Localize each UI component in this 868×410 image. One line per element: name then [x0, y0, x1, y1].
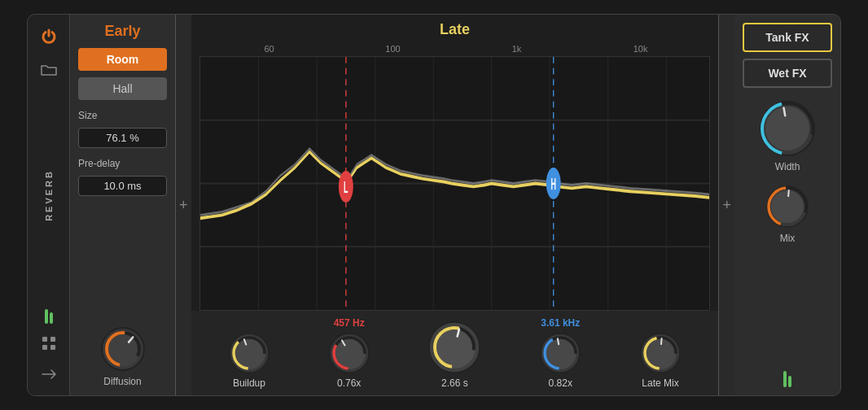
size-value[interactable]: 76.1 %: [78, 128, 167, 148]
early-section: Early Room Hall Size 76.1 % Pre-delay 10…: [70, 15, 176, 395]
low-shelf-knob-item: 457 Hz 0.76x: [327, 317, 371, 389]
room-button[interactable]: Room: [78, 48, 167, 71]
svg-line-45: [558, 338, 559, 344]
svg-line-50: [661, 338, 662, 344]
low-freq-label: 457 Hz: [334, 317, 365, 329]
buildup-label: Buildup: [233, 377, 265, 389]
late-mix-knob[interactable]: [638, 331, 682, 375]
svg-line-60: [788, 190, 789, 196]
high-shelf-knob[interactable]: [538, 331, 582, 375]
sidebar-bottom: [37, 309, 60, 386]
mix-section: Mix: [743, 184, 832, 244]
left-sidebar: REVERB: [28, 15, 70, 395]
svg-rect-2: [42, 345, 47, 350]
predelay-value[interactable]: 10.0 ms: [78, 176, 167, 196]
decay-knob[interactable]: [427, 320, 482, 375]
right-panel: Tank FX Wet FX Width: [734, 15, 840, 395]
width-section: Width: [743, 99, 832, 172]
early-title: Early: [78, 23, 167, 40]
freq-axis: 60 100 1k 10k: [191, 41, 719, 56]
low-shelf-label: 0.76x: [337, 377, 361, 389]
high-shelf-label: 0.82x: [549, 377, 572, 389]
svg-line-55: [783, 107, 785, 116]
arrow-button[interactable]: [37, 363, 60, 386]
size-label: Size: [78, 110, 167, 121]
freq-1k: 1k: [455, 44, 579, 54]
svg-text:H: H: [550, 175, 555, 193]
decay-label: 2.66 s: [441, 377, 468, 389]
svg-rect-0: [42, 337, 47, 342]
vu-meter-right: [783, 371, 791, 387]
svg-rect-3: [50, 345, 55, 350]
diffusion-label: Diffusion: [103, 376, 141, 387]
late-mix-knob-item: Late Mix: [638, 331, 682, 389]
predelay-label: Pre-delay: [78, 158, 167, 169]
wet-fx-button[interactable]: Wet FX: [743, 59, 832, 88]
eq-display[interactable]: L H: [199, 56, 711, 311]
reverb-label: REVERB: [44, 169, 54, 221]
knobs-row: Buildup 457 Hz 0.76x: [191, 311, 719, 395]
svg-point-57: [771, 190, 804, 223]
eq-svg: L H: [200, 57, 710, 310]
late-mix-label: Late Mix: [642, 377, 678, 389]
diffusion-section: Diffusion: [78, 325, 167, 387]
power-button[interactable]: [37, 24, 60, 47]
svg-point-52: [765, 107, 809, 150]
high-shelf-knob-item: 3.61 kHz 0.82x: [538, 317, 582, 389]
buildup-knob[interactable]: [227, 331, 271, 375]
main-display: Late 60 100 1k 10k: [191, 15, 720, 395]
freq-100: 100: [331, 44, 455, 54]
mix-knob[interactable]: [765, 184, 810, 229]
svg-rect-1: [50, 337, 55, 342]
decay-knob-item: 2.66 s: [427, 320, 482, 389]
vu-meter-left: [45, 309, 53, 324]
svg-text:L: L: [344, 178, 348, 196]
width-label: Width: [775, 161, 800, 172]
hall-button[interactable]: Hall: [78, 77, 167, 100]
late-title: Late: [191, 15, 719, 41]
mix-label: Mix: [780, 233, 796, 244]
buildup-knob-item: Buildup: [227, 331, 271, 389]
folder-button[interactable]: [37, 59, 60, 81]
width-knob[interactable]: [758, 99, 817, 158]
freq-60: 60: [208, 44, 331, 54]
grid-button[interactable]: [37, 332, 60, 355]
low-shelf-knob[interactable]: [327, 331, 371, 375]
right-plus-button[interactable]: +: [719, 197, 734, 214]
tank-fx-button[interactable]: Tank FX: [743, 23, 832, 52]
left-plus-button[interactable]: +: [176, 197, 191, 214]
diffusion-knob[interactable]: [99, 325, 147, 373]
high-freq-label: 3.61 kHz: [541, 317, 580, 329]
freq-10k: 10k: [579, 44, 703, 54]
plugin-container: REVERB Early Room: [27, 14, 841, 396]
